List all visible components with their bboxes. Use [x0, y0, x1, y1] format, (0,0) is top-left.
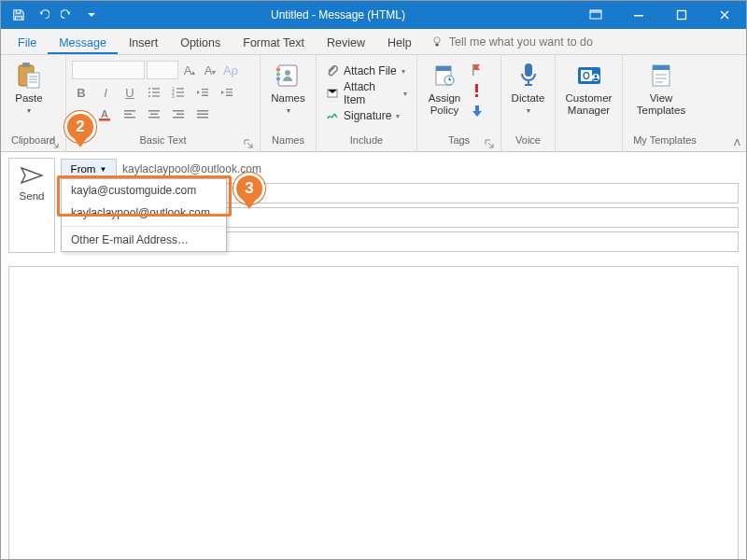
- font-color-button[interactable]: A: [96, 105, 115, 124]
- svg-rect-24: [276, 68, 280, 71]
- svg-text:3: 3: [172, 93, 175, 98]
- svg-rect-11: [152, 91, 160, 92]
- qat-more-icon[interactable]: [81, 5, 102, 25]
- ribbon: Paste ▾ Clipboard A▴ A▾ Aρ B I U 123: [1, 55, 746, 152]
- dialog-launcher-icon[interactable]: [243, 138, 254, 149]
- grow-font-button[interactable]: A▴: [180, 63, 199, 77]
- from-other-address[interactable]: Other E-mail Address…: [62, 229, 226, 251]
- from-option-2[interactable]: kaylaclaypool@outlook.com: [62, 202, 226, 224]
- compose-header: Send From ▼ kaylaclaypool@outlook.com ka…: [1, 152, 746, 260]
- customer-manager-button[interactable]: O Customer Manager: [561, 59, 616, 117]
- svg-point-8: [148, 88, 150, 90]
- svg-rect-42: [653, 65, 669, 70]
- from-button[interactable]: From ▼: [61, 159, 117, 179]
- shrink-font-button[interactable]: A▾: [201, 63, 219, 77]
- tab-options[interactable]: Options: [169, 31, 232, 54]
- tab-review[interactable]: Review: [316, 31, 376, 54]
- font-family-combo[interactable]: [72, 61, 145, 79]
- send-button[interactable]: Send: [8, 158, 55, 253]
- svg-rect-25: [276, 73, 280, 76]
- svg-text:O: O: [583, 71, 590, 81]
- tell-me-search[interactable]: Tell me what you want to do: [423, 30, 600, 54]
- group-voice: Dictate ▾ Voice: [501, 55, 556, 151]
- lightbulb-icon: [430, 35, 444, 49]
- ribbon-display-icon[interactable]: [574, 1, 617, 29]
- paste-button[interactable]: Paste ▾: [7, 59, 51, 115]
- svg-point-40: [594, 75, 597, 77]
- names-button[interactable]: Names ▾: [266, 59, 310, 115]
- low-importance-button[interactable]: [468, 102, 486, 120]
- underline-button[interactable]: U: [120, 86, 139, 100]
- dialog-launcher-icon[interactable]: [484, 138, 495, 149]
- svg-rect-3: [678, 11, 686, 20]
- numbering-button[interactable]: 123: [169, 83, 188, 102]
- attach-file-button[interactable]: Attach File▾: [322, 61, 411, 81]
- group-customer-manager: O Customer Manager: [556, 55, 623, 151]
- collapse-ribbon-icon[interactable]: ᐱ: [734, 137, 740, 147]
- svg-rect-13: [152, 95, 160, 96]
- align-right-button[interactable]: [169, 105, 188, 124]
- svg-rect-9: [152, 88, 160, 89]
- signature-button[interactable]: Signature▾: [322, 105, 411, 126]
- from-option-1[interactable]: kayla@customguide.com: [62, 179, 226, 202]
- view-templates-button[interactable]: View Templates: [628, 59, 694, 117]
- svg-rect-15: [176, 88, 184, 89]
- chevron-down-icon: ▼: [99, 165, 106, 174]
- assign-policy-button[interactable]: Assign Policy: [423, 59, 466, 117]
- svg-rect-35: [525, 63, 532, 77]
- message-body-editor[interactable]: [8, 266, 739, 560]
- window-title: Untitled - Message (HTML): [102, 8, 574, 21]
- chevron-down-icon: ▾: [287, 106, 290, 115]
- save-icon[interactable]: [8, 5, 29, 25]
- svg-rect-6: [22, 63, 30, 67]
- microphone-icon: [514, 61, 543, 91]
- tab-format-text[interactable]: Format Text: [232, 31, 316, 54]
- svg-rect-26: [276, 77, 280, 80]
- bold-button[interactable]: B: [72, 86, 91, 100]
- svg-rect-17: [176, 91, 184, 92]
- tell-me-placeholder: Tell me what you want to do: [449, 35, 593, 49]
- group-my-templates: View Templates My Templates: [623, 55, 707, 151]
- undo-icon[interactable]: [33, 5, 53, 25]
- tab-insert[interactable]: Insert: [118, 31, 169, 54]
- font-size-combo[interactable]: [147, 61, 178, 79]
- dialog-launcher-icon[interactable]: [49, 138, 60, 149]
- svg-rect-30: [436, 66, 451, 71]
- signature-icon: [326, 109, 339, 122]
- send-icon: [20, 166, 44, 185]
- increase-indent-button[interactable]: [218, 83, 236, 102]
- align-left-button[interactable]: [120, 105, 139, 124]
- group-names: Names ▾ Names: [261, 55, 317, 151]
- align-center-button[interactable]: [145, 105, 163, 124]
- tab-help[interactable]: Help: [376, 31, 423, 54]
- attach-item-icon: [326, 87, 339, 100]
- decrease-indent-button[interactable]: [193, 83, 212, 102]
- svg-rect-7: [27, 73, 39, 88]
- minimize-button[interactable]: [617, 1, 660, 29]
- bullets-button[interactable]: [145, 83, 163, 102]
- dictate-button[interactable]: Dictate ▾: [507, 59, 549, 115]
- svg-point-27: [285, 70, 290, 76]
- close-button[interactable]: [703, 1, 746, 29]
- redo-icon[interactable]: [57, 5, 78, 25]
- group-include: Attach File▾ Attach Item▾ Signature▾ Inc…: [317, 55, 417, 151]
- high-importance-button[interactable]: [468, 81, 486, 100]
- quick-access-toolbar: [1, 5, 102, 25]
- chevron-down-icon: ▾: [27, 106, 31, 115]
- title-bar: Untitled - Message (HTML): [1, 1, 746, 29]
- attach-item-button[interactable]: Attach Item▾: [322, 83, 411, 104]
- group-clipboard: Paste ▾ Clipboard: [1, 55, 66, 151]
- tab-message[interactable]: Message: [48, 31, 118, 54]
- follow-up-flag-button[interactable]: [468, 61, 486, 79]
- italic-button[interactable]: I: [96, 86, 115, 100]
- maximize-button[interactable]: [660, 1, 703, 29]
- svg-rect-1: [590, 10, 601, 13]
- tab-file[interactable]: File: [7, 31, 48, 54]
- justify-button[interactable]: [193, 105, 212, 124]
- svg-rect-34: [475, 94, 478, 97]
- clear-formatting-button[interactable]: Aρ: [221, 63, 240, 77]
- svg-rect-19: [176, 95, 184, 96]
- templates-icon: [646, 61, 676, 91]
- svg-rect-2: [634, 15, 643, 17]
- group-tags: Assign Policy Tags: [417, 55, 501, 151]
